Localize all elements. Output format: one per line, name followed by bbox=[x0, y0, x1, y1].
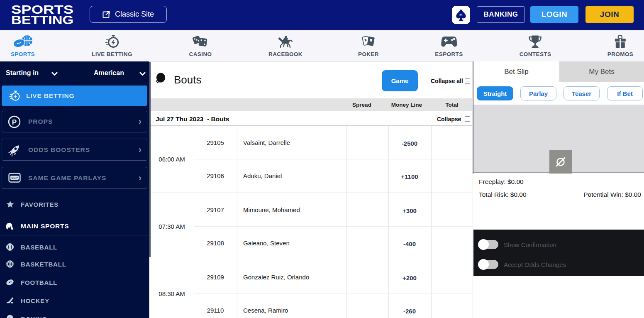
svg-text:P: P bbox=[12, 118, 17, 126]
svg-text:BETTING: BETTING bbox=[11, 13, 73, 25]
svg-text:21: 21 bbox=[459, 13, 463, 17]
svg-text:SGP: SGP bbox=[12, 176, 18, 179]
